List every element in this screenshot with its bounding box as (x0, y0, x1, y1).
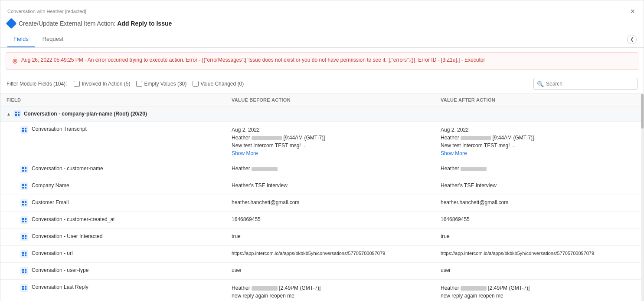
field-name: Conversation - user-type (32, 267, 88, 273)
svg-rect-22 (22, 221, 24, 222)
svg-rect-21 (25, 218, 26, 220)
empty-checkbox[interactable] (136, 81, 142, 87)
col-value-before: Value before Action (226, 94, 435, 106)
field-icon (20, 126, 28, 134)
svg-rect-14 (22, 187, 24, 189)
error-message: Aug 26, 2022 05:49:25 PM - An error occu… (21, 57, 485, 63)
filter-bar: Filter Module Fields (104): Involved In … (0, 74, 644, 94)
svg-rect-23 (25, 221, 26, 222)
value-before: 1646869455 (226, 212, 435, 229)
field-name: Conversation - customer-name (32, 165, 103, 172)
svg-rect-7 (25, 130, 26, 132)
action-label: Create/Update External Item Action: Add … (19, 20, 172, 27)
svg-rect-31 (25, 255, 26, 256)
table-header-row: Field Value before Action Value after Ac… (0, 94, 644, 106)
value-after: heather.hanchett@gmail.com (435, 195, 644, 212)
dialog-subtitle: Conversation with Heather [redacted] (7, 9, 86, 14)
field-name: Company Name (32, 182, 69, 189)
svg-rect-26 (22, 238, 24, 239)
table-row: Conversation Last Reply Heather [2:49PM … (0, 280, 644, 301)
svg-rect-5 (25, 128, 26, 129)
svg-rect-27 (25, 238, 26, 239)
value-before: heather.hanchett@gmail.com (226, 195, 435, 212)
value-after: Heather [2:49PM (GMT-7)] new reply again… (435, 280, 644, 301)
field-icon (20, 199, 28, 207)
value-after: Heather's TSE Interview (435, 178, 644, 195)
data-table: Field Value before Action Value after Ac… (0, 94, 644, 301)
changed-checkbox[interactable] (193, 81, 199, 87)
field-icon (20, 216, 28, 224)
search-container: 🔍 (533, 78, 637, 90)
group-header-row: ▲ Conversation - company-plan-name (Root… (0, 106, 644, 122)
field-name: Conversation Transcript (32, 126, 87, 132)
value-after: user (435, 263, 644, 280)
svg-rect-11 (25, 170, 26, 172)
table-container: Field Value before Action Value after Ac… (0, 94, 644, 301)
field-icon (20, 182, 28, 190)
dialog-header: Conversation with Heather [redacted] × C… (0, 0, 644, 31)
tab-request[interactable]: Request (36, 31, 69, 47)
involved-checkbox[interactable] (74, 81, 80, 87)
table-row: Conversation - user-type user user (0, 263, 644, 280)
filter-involved[interactable]: Involved In Action (5) (74, 81, 130, 87)
filter-empty[interactable]: Empty Values (30) (136, 81, 186, 87)
error-banner: ⊗ Aug 26, 2022 05:49:25 PM - An error oc… (6, 52, 638, 70)
value-before: Heather [2:49PM (GMT-7)] new reply again… (226, 280, 435, 301)
svg-rect-19 (25, 204, 26, 205)
scrollbar-thumb[interactable] (641, 94, 644, 129)
svg-rect-34 (22, 271, 24, 273)
scrollbar-track (641, 94, 644, 301)
value-after: https://app.intercom.io/a/apps/bkbkb5yh/… (435, 246, 644, 263)
svg-rect-1 (18, 112, 20, 113)
svg-rect-4 (22, 128, 24, 129)
svg-rect-2 (15, 114, 17, 116)
field-icon (20, 233, 28, 241)
field-name: Conversation - url (32, 250, 73, 256)
svg-rect-16 (22, 201, 24, 203)
close-button[interactable]: × (628, 6, 637, 17)
svg-rect-12 (22, 184, 24, 186)
group-label: Conversation - company-plan-name (Root) … (24, 111, 147, 117)
svg-rect-29 (25, 252, 26, 254)
filter-module-label: Filter Module Fields (104): (7, 81, 67, 87)
error-icon: ⊗ (12, 57, 18, 65)
tabs-bar: Fields Request ❮ (0, 31, 644, 48)
search-input[interactable] (533, 78, 637, 90)
table-row: Conversation Transcript Aug 2, 2022 Heat… (0, 122, 644, 161)
field-name: Conversation Last Reply (32, 284, 88, 290)
value-after: Aug 2, 2022 Heather [9:44AM (GMT-7)] New… (441, 126, 637, 149)
value-before: Heather (226, 161, 435, 178)
collapse-panel-button[interactable]: ❮ (627, 35, 637, 44)
table-row: Conversation - customer-name Heather Hea… (0, 161, 644, 178)
svg-rect-24 (22, 235, 24, 237)
svg-rect-25 (25, 235, 26, 237)
table-row: Customer Email heather.hanchett@gmail.co… (0, 195, 644, 212)
filter-changed[interactable]: Value Changed (0) (193, 81, 244, 87)
search-icon: 🔍 (537, 81, 544, 87)
svg-rect-18 (22, 204, 24, 205)
field-icon (20, 250, 28, 258)
col-value-after: Value after Action (435, 94, 644, 106)
tab-fields[interactable]: Fields (7, 31, 35, 47)
show-more-before[interactable]: Show More (232, 150, 428, 156)
table-row: Conversation - User Interacted true true (0, 229, 644, 246)
value-before: https://app.intercom.io/a/apps/bkbkb5yh/… (226, 246, 435, 263)
action-name: Add Reply to Issue (117, 20, 172, 27)
field-icon (20, 267, 28, 275)
col-field: Field (0, 94, 226, 106)
filter-checkboxes: Involved In Action (5) Empty Values (30)… (74, 81, 244, 87)
svg-rect-38 (22, 288, 24, 290)
svg-rect-0 (15, 112, 17, 113)
svg-rect-3 (18, 114, 20, 116)
diamond-icon (6, 18, 16, 29)
svg-rect-36 (22, 286, 24, 288)
svg-rect-13 (25, 184, 26, 186)
show-more-after[interactable]: Show More (441, 150, 637, 156)
collapse-chevron-icon[interactable]: ▲ (7, 112, 11, 116)
value-after: true (435, 229, 644, 246)
field-icon (20, 165, 28, 173)
dialog: Conversation with Heather [redacted] × C… (0, 0, 644, 301)
table-row: Company Name Heather's TSE Interview Hea… (0, 178, 644, 195)
svg-rect-28 (22, 252, 24, 254)
field-name: Customer Email (32, 199, 69, 205)
